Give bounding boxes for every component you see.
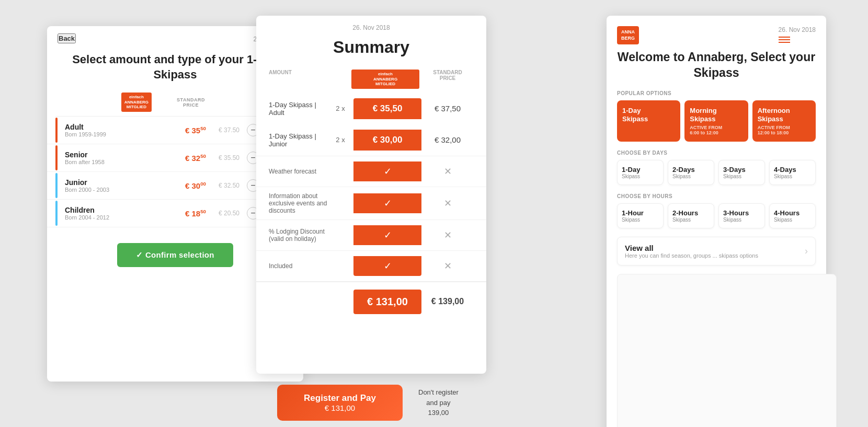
std-price-col-label: STANDARDPRICE	[173, 97, 209, 108]
weather-std-check: ✕	[421, 166, 474, 177]
events-label: Information about exclusive events and d…	[269, 192, 327, 214]
summary-adult-member-price: € 35,50	[353, 98, 421, 119]
adult-info: Adult Born 1959-1999	[60, 123, 165, 137]
left-panel-title: Select amount and type of your 1-Day Ski…	[63, 52, 288, 82]
scene: 26. Nov 2018 Back Select amount and type…	[0, 0, 868, 427]
right-panel-top: ANNABERG 26. Nov 2018	[617, 26, 816, 44]
right-top-right: 26. Nov 2018	[779, 26, 816, 43]
view-all-card[interactable]: View all Here you can find season, group…	[617, 237, 816, 266]
children-born: Born 2004 - 2012	[65, 214, 165, 221]
summary-feature-weather: Weather forecast ✓ ✕	[256, 156, 486, 187]
popular-options-grid: 1-DaySkipass MorningSkipass ACTIVE FROM6…	[617, 100, 816, 142]
events-member-check: ✓	[353, 193, 421, 213]
member-header: einfachANNABERGMITGLIED	[351, 70, 419, 89]
summary-feature-discount: % Lodging Discount (valid on holiday) ✓ …	[256, 220, 486, 250]
annaberg-logo-box: einfachANNABERGMITGLIED	[121, 93, 152, 112]
summary-junior-qty: 2 x	[327, 136, 353, 144]
junior-member-price: € 3000	[169, 181, 206, 190]
weather-member-check: ✓	[353, 161, 421, 181]
option-1day-title: 1-DaySkipass	[622, 107, 675, 123]
discount-std-check: ✕	[421, 229, 474, 241]
summary-adult-std-price: € 37,50	[421, 104, 474, 113]
hour-1-title: 1-Hour	[622, 209, 659, 217]
day-1-sub: Skipass	[622, 174, 659, 179]
dont-register-label: Don't register and pay	[418, 387, 459, 408]
hours-label: CHOOSE BY HOURS	[617, 193, 816, 199]
mid-panel-date: 26. Nov 2018	[256, 16, 486, 33]
included-std-check: ✕	[421, 260, 474, 272]
option-afternoon[interactable]: AfternoonSkipass ACTIVE FROM12:00 to 18:…	[752, 100, 816, 142]
summary-feature-events: Information about exclusive events and d…	[256, 187, 486, 220]
day-2-sub: Skipass	[672, 174, 710, 179]
children-info: Children Born 2004 - 2012	[60, 206, 165, 221]
senior-member-price: € 3250	[169, 153, 206, 163]
hour-card-2[interactable]: 2-Hours Skipass	[668, 203, 714, 228]
hour-4-sub: Skipass	[774, 217, 811, 223]
option-morning[interactable]: MorningSkipass ACTIVE FROM6:00 to 12:00	[684, 100, 748, 142]
register-pay-label: Register and Pay	[296, 393, 384, 403]
hour-card-3[interactable]: 3-Hours Skipass	[718, 203, 765, 228]
view-all-title: View all	[625, 244, 758, 252]
day-2-title: 2-Days	[672, 166, 710, 174]
hour-3-sub: Skipass	[723, 217, 760, 223]
dont-register-price: 139,00	[418, 408, 459, 418]
right-logo: ANNABERG	[617, 26, 639, 44]
summary-total-row: € 131,00 € 139,00	[256, 281, 486, 321]
senior-info: Senior Born after 1958	[60, 151, 165, 165]
summary-junior-member-price: € 30,00	[353, 130, 421, 151]
hour-card-1[interactable]: 1-Hour Skipass	[617, 203, 664, 228]
hour-card-4[interactable]: 4-Hours Skipass	[769, 203, 816, 228]
right-panel-date: 26. Nov 2018	[779, 26, 816, 33]
summary-adult-label: 1-Day Skipass | Adult	[269, 101, 327, 117]
junior-std-price: € 32.50	[210, 182, 239, 189]
adult-member-price: € 3550	[169, 125, 206, 135]
register-pay-button[interactable]: Register and Pay € 131,00	[277, 385, 403, 421]
discount-member-check: ✓	[353, 225, 421, 245]
senior-std-price: € 35.50	[210, 154, 239, 161]
children-std-price: € 20.50	[210, 210, 239, 217]
junior-born: Born 2000 - 2003	[65, 187, 165, 193]
register-pay-price: € 131,00	[296, 403, 384, 412]
adult-name: Adult	[65, 123, 165, 131]
register-area: Register and Pay € 131,00 Don't register…	[277, 385, 459, 421]
day-card-4[interactable]: 4-Days Skipass	[769, 160, 816, 185]
adult-bar	[55, 118, 58, 143]
summary-header-row: AMOUNT einfachANNABERGMITGLIED STANDARDP…	[256, 70, 486, 93]
senior-bar	[55, 145, 58, 170]
option-morning-title: MorningSkipass	[690, 107, 743, 123]
hamburger-line-3	[779, 42, 790, 43]
option-afternoon-subtitle: ACTIVE FROM12:00 to 18:00	[758, 125, 810, 135]
panel-welcome: ANNABERG 26. Nov 2018 Welcome to Annaber…	[607, 16, 826, 427]
hour-1-sub: Skipass	[622, 217, 659, 223]
member-logo: einfachANNABERGMITGLIED	[121, 93, 152, 112]
days-label: CHOOSE BY DAYS	[617, 150, 816, 156]
events-std-check: ✕	[421, 198, 474, 209]
day-3-sub: Skipass	[723, 174, 760, 179]
day-card-1[interactable]: 1-Day Skipass	[617, 160, 664, 185]
hours-grid: 1-Hour Skipass 2-Hours Skipass 3-Hours S…	[617, 203, 816, 228]
senior-name: Senior	[65, 151, 165, 159]
dont-register-area: Don't register and pay 139,00	[418, 387, 459, 418]
hour-3-title: 3-Hours	[723, 209, 760, 217]
day-card-3[interactable]: 3-Days Skipass	[718, 160, 765, 185]
confirm-selection-button[interactable]: ✓ Confirm selection	[117, 243, 233, 267]
option-1day[interactable]: 1-DaySkipass	[617, 100, 680, 142]
days-grid: 1-Day Skipass 2-Days Skipass 3-Days Skip…	[617, 160, 816, 185]
member-logo-mid: einfachANNABERGMITGLIED	[351, 70, 419, 89]
summary-junior-std-price: € 32,00	[421, 135, 474, 144]
view-all-info: View all Here you can find season, group…	[625, 244, 758, 259]
children-name: Children	[65, 206, 165, 214]
adult-std-price: € 37.50	[210, 126, 239, 134]
total-std-price: € 139,00	[421, 297, 474, 306]
view-all-sub: Here you can find season, groups ... ski…	[625, 252, 758, 259]
summary-adult-row: 1-Day Skipass | Adult 2 x € 35,50 € 37,5…	[256, 93, 486, 124]
hour-2-sub: Skipass	[672, 217, 710, 223]
back-button[interactable]: Back	[58, 33, 76, 43]
summary-junior-row: 1-Day Skipass | Junior 2 x € 30,00 € 32,…	[256, 124, 486, 156]
children-bar	[55, 201, 58, 226]
day-card-2[interactable]: 2-Days Skipass	[668, 160, 714, 185]
option-afternoon-title: AfternoonSkipass	[758, 107, 810, 123]
summary-feature-included: Included ✓ ✕	[256, 250, 486, 281]
hamburger-menu[interactable]	[779, 37, 816, 43]
junior-name: Junior	[65, 178, 165, 187]
